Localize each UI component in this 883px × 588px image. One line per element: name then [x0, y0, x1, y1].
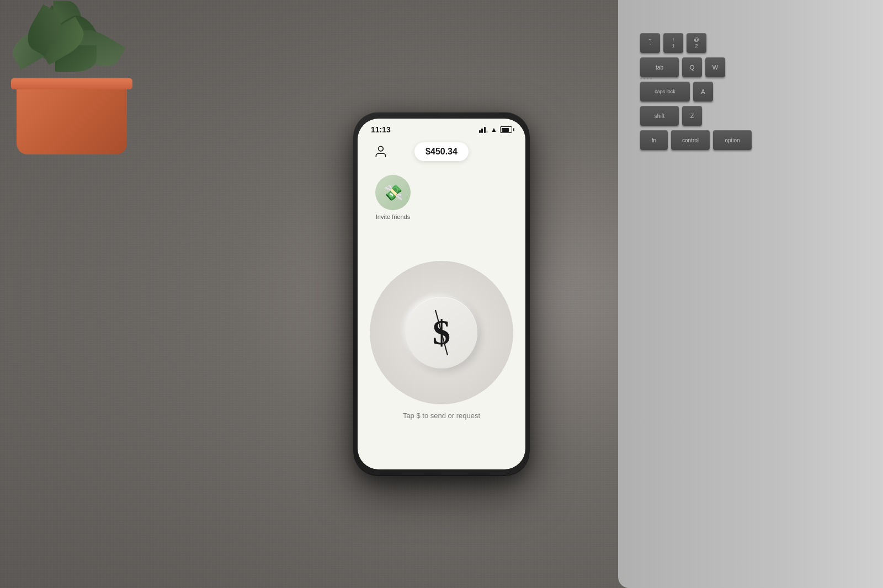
- key-row-2: tab Q W: [640, 57, 872, 77]
- key-tilde[interactable]: ~`: [640, 33, 660, 53]
- wifi-icon: ▲: [491, 126, 497, 133]
- key-w[interactable]: W: [705, 57, 725, 77]
- phone-mockup: 11:13 ▲: [353, 112, 530, 476]
- invite-section: 💸 Invite friends: [358, 170, 525, 224]
- phone-frame: 11:13 ▲: [353, 112, 530, 476]
- signal-bar-2: [481, 129, 483, 133]
- signal-bar-1: [479, 130, 481, 133]
- status-time: 11:13: [371, 125, 391, 134]
- user-profile-button[interactable]: [371, 142, 391, 162]
- invite-label: Invite friends: [376, 213, 410, 220]
- signal-bar-3: [484, 127, 486, 133]
- dollar-area: $ Tap $ to send or request: [358, 229, 525, 436]
- plant-pot: [17, 83, 127, 154]
- keyboard: ~` !1 @2 tab Q W caps lock A shift Z: [640, 33, 872, 533]
- key-tab[interactable]: tab: [640, 57, 679, 77]
- key-z[interactable]: Z: [682, 106, 702, 126]
- status-bar: 11:13 ▲: [358, 119, 525, 137]
- key-row-4: shift Z: [640, 106, 872, 126]
- app-header: $450.34: [358, 137, 525, 170]
- key-row-5: fn control option: [640, 130, 872, 150]
- plant-decoration: [0, 0, 177, 165]
- key-a[interactable]: A: [693, 82, 713, 101]
- tap-hint: Tap $ to send or request: [358, 411, 525, 420]
- key-shift[interactable]: shift: [640, 106, 679, 126]
- battery-fill: [502, 128, 509, 132]
- dollar-symbol: $: [433, 315, 450, 350]
- invite-icon: 💸: [375, 175, 411, 210]
- signal-bar-4: [486, 131, 488, 133]
- key-2[interactable]: @2: [687, 33, 706, 53]
- key-q[interactable]: Q: [682, 57, 702, 77]
- battery-icon: [500, 126, 512, 133]
- key-option[interactable]: option: [713, 130, 752, 150]
- phone-screen: 11:13 ▲: [358, 119, 525, 469]
- key-fn[interactable]: fn: [640, 130, 668, 150]
- outer-circle: $: [370, 261, 513, 404]
- dollar-symbol-text: $: [433, 313, 450, 352]
- user-icon: [374, 145, 388, 159]
- status-icons: ▲: [479, 126, 512, 133]
- balance-display[interactable]: $450.34: [414, 142, 469, 161]
- key-1[interactable]: !1: [663, 33, 683, 53]
- laptop: ~` !1 @2 tab Q W caps lock A shift Z: [607, 0, 883, 588]
- key-row-3: caps lock A: [640, 82, 872, 101]
- key-control[interactable]: control: [671, 130, 710, 150]
- svg-point-0: [379, 146, 384, 151]
- laptop-body: ~` !1 @2 tab Q W caps lock A shift Z: [618, 0, 883, 588]
- key-capslock[interactable]: caps lock: [640, 82, 690, 101]
- invite-item[interactable]: 💸 Invite friends: [371, 175, 415, 220]
- key-row-1: ~` !1 @2: [640, 33, 872, 53]
- signal-icon: [479, 127, 488, 133]
- dollar-button[interactable]: $: [406, 297, 477, 368]
